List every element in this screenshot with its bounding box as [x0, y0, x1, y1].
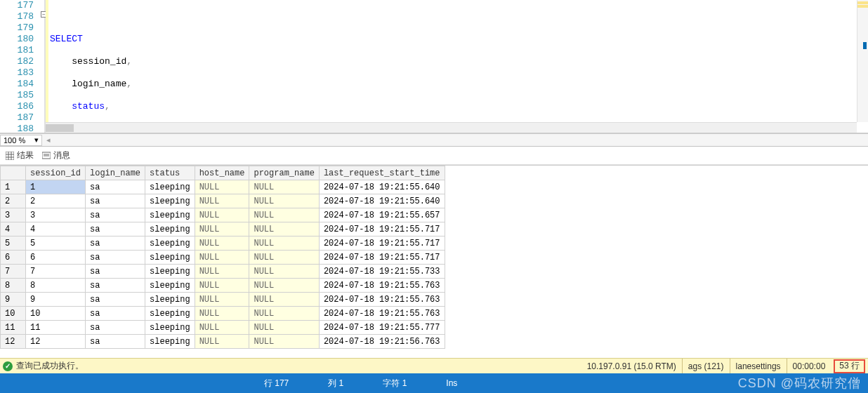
col-header-session_id[interactable]: session_id — [26, 166, 86, 180]
cell[interactable]: 2024-07-18 19:21:55.763 — [319, 279, 445, 293]
result-table[interactable]: session_idlogin_namestatushost_nameprogr… — [0, 166, 445, 349]
row-number[interactable]: 1 — [1, 180, 26, 194]
cell[interactable]: NULL — [249, 321, 319, 335]
cell[interactable]: sleeping — [145, 180, 195, 194]
cell[interactable]: 11 — [26, 321, 86, 335]
cell[interactable]: 2024-07-18 19:21:55.763 — [319, 293, 445, 307]
col-header-login_name[interactable]: login_name — [86, 166, 145, 180]
cell[interactable]: sleeping — [145, 265, 195, 279]
cell[interactable]: NULL — [249, 180, 319, 194]
cell[interactable]: 2024-07-18 19:21:55.657 — [319, 208, 445, 222]
cell[interactable]: sleeping — [145, 293, 195, 307]
cell[interactable]: NULL — [195, 208, 249, 222]
cell[interactable]: 8 — [26, 279, 86, 293]
cell[interactable]: NULL — [249, 208, 319, 222]
cell[interactable]: NULL — [249, 279, 319, 293]
cell[interactable]: sleeping — [145, 321, 195, 335]
cell[interactable]: NULL — [195, 237, 249, 251]
table-row[interactable]: 1010sasleepingNULLNULL2024-07-18 19:21:5… — [1, 307, 445, 321]
row-number[interactable]: 10 — [1, 307, 26, 321]
cell[interactable]: sa — [86, 194, 145, 208]
cell[interactable]: sa — [86, 293, 145, 307]
cell[interactable]: 4 — [26, 222, 86, 237]
cell[interactable]: sleeping — [145, 251, 195, 265]
tab-messages[interactable]: 消息 — [42, 149, 70, 161]
table-row[interactable]: 88sasleepingNULLNULL2024-07-18 19:21:55.… — [1, 279, 445, 293]
cell[interactable]: 2024-07-18 19:21:55.733 — [319, 265, 445, 279]
cell[interactable]: sa — [86, 251, 145, 265]
table-row[interactable]: 66sasleepingNULLNULL2024-07-18 19:21:55.… — [1, 251, 445, 265]
row-number[interactable]: 3 — [1, 208, 26, 222]
cell[interactable]: NULL — [195, 180, 249, 194]
cell[interactable]: sa — [86, 321, 145, 335]
row-header-corner[interactable] — [1, 166, 26, 180]
cell[interactable]: 2024-07-18 19:21:55.640 — [319, 194, 445, 208]
cell[interactable]: sleeping — [145, 222, 195, 237]
cell[interactable]: NULL — [249, 265, 319, 279]
cell[interactable]: 2 — [26, 194, 86, 208]
cell[interactable]: sa — [86, 279, 145, 293]
table-row[interactable]: 55sasleepingNULLNULL2024-07-18 19:21:55.… — [1, 237, 445, 251]
cell[interactable]: NULL — [249, 251, 319, 265]
cell[interactable]: sleeping — [145, 208, 195, 222]
col-header-last_request_start_time[interactable]: last_request_start_time — [319, 166, 445, 180]
cell[interactable]: sleeping — [145, 335, 195, 349]
row-number[interactable]: 5 — [1, 237, 26, 251]
cell[interactable]: sa — [86, 335, 145, 349]
cell[interactable]: sa — [86, 307, 145, 321]
cell[interactable]: 2024-07-18 19:21:55.763 — [319, 307, 445, 321]
cell[interactable]: sa — [86, 180, 145, 194]
cell[interactable]: sleeping — [145, 279, 195, 293]
horizontal-scrollbar[interactable] — [46, 122, 857, 133]
cell[interactable]: sa — [86, 222, 145, 237]
cell[interactable]: NULL — [249, 293, 319, 307]
cell[interactable]: 7 — [26, 265, 86, 279]
row-number[interactable]: 8 — [1, 279, 26, 293]
table-row[interactable]: 1212sasleepingNULLNULL2024-07-18 19:21:5… — [1, 335, 445, 349]
cell[interactable]: 5 — [26, 237, 86, 251]
table-row[interactable]: 44sasleepingNULLNULL2024-07-18 19:21:55.… — [1, 222, 445, 237]
cell[interactable]: 2024-07-18 19:21:55.717 — [319, 237, 445, 251]
cell[interactable]: NULL — [249, 237, 319, 251]
cell[interactable]: NULL — [195, 293, 249, 307]
overview-ruler[interactable] — [857, 0, 868, 122]
row-number[interactable]: 11 — [1, 321, 26, 335]
table-row[interactable]: 99sasleepingNULLNULL2024-07-18 19:21:55.… — [1, 293, 445, 307]
cell[interactable]: NULL — [195, 251, 249, 265]
row-number[interactable]: 2 — [1, 194, 26, 208]
cell[interactable]: sa — [86, 237, 145, 251]
cell[interactable]: 1 — [26, 180, 86, 194]
cell[interactable]: sleeping — [145, 237, 195, 251]
row-number[interactable]: 12 — [1, 335, 26, 349]
cell[interactable]: NULL — [195, 265, 249, 279]
row-number[interactable]: 4 — [1, 222, 26, 237]
cell[interactable]: 12 — [26, 335, 86, 349]
table-row[interactable]: 22sasleepingNULLNULL2024-07-18 19:21:55.… — [1, 194, 445, 208]
results-grid[interactable]: session_idlogin_namestatushost_nameprogr… — [0, 165, 868, 358]
cell[interactable]: NULL — [195, 194, 249, 208]
cell[interactable]: sleeping — [145, 307, 195, 321]
cell[interactable]: 2024-07-18 19:21:55.717 — [319, 222, 445, 237]
cell[interactable]: NULL — [195, 279, 249, 293]
cell[interactable]: NULL — [249, 307, 319, 321]
cell[interactable]: NULL — [195, 222, 249, 237]
cell[interactable]: 2024-07-18 19:21:55.640 — [319, 180, 445, 194]
sql-code[interactable]: SELECT session_id, login_name, status, h… — [46, 0, 868, 133]
cell[interactable]: NULL — [195, 335, 249, 349]
cell[interactable]: 6 — [26, 251, 86, 265]
row-number[interactable]: 7 — [1, 265, 26, 279]
cell[interactable]: NULL — [195, 321, 249, 335]
cell[interactable]: NULL — [249, 194, 319, 208]
cell[interactable]: sa — [86, 208, 145, 222]
cell[interactable]: sleeping — [145, 194, 195, 208]
row-number[interactable]: 9 — [1, 293, 26, 307]
col-header-status[interactable]: status — [145, 166, 195, 180]
col-header-host_name[interactable]: host_name — [195, 166, 249, 180]
cell[interactable]: 2024-07-18 19:21:56.763 — [319, 335, 445, 349]
table-row[interactable]: 1111sasleepingNULLNULL2024-07-18 19:21:5… — [1, 321, 445, 335]
cell[interactable]: NULL — [249, 222, 319, 237]
cell[interactable]: NULL — [195, 307, 249, 321]
col-header-program_name[interactable]: program_name — [249, 166, 319, 180]
cell[interactable]: sa — [86, 265, 145, 279]
cell[interactable]: 2024-07-18 19:21:55.717 — [319, 251, 445, 265]
